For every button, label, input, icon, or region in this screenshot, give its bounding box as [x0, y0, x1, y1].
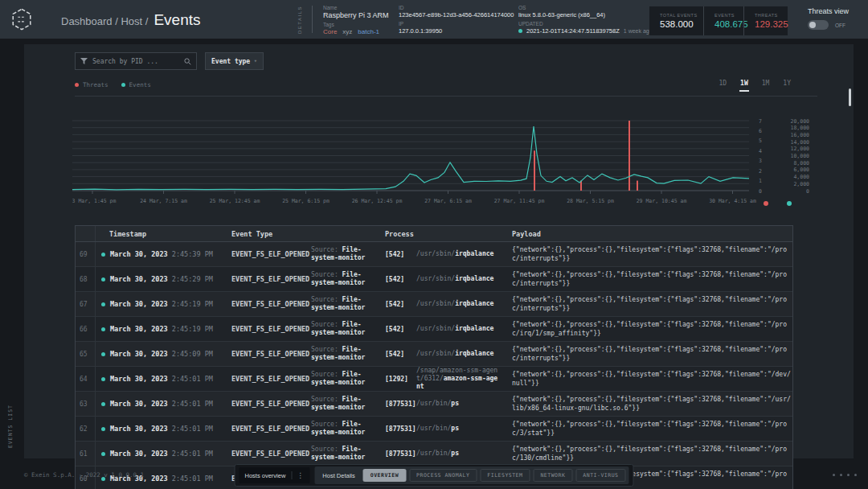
- tab-anti-virus[interactable]: ANTI-VIRUS: [575, 469, 625, 482]
- filter-funnel-icon: [80, 58, 88, 65]
- process-path-name: irqbalance: [455, 325, 493, 332]
- tab-overview[interactable]: OVERVIEW: [363, 469, 406, 482]
- process-path-prefix: /usr/sbin/: [416, 275, 455, 282]
- col-header-event-type[interactable]: Event Type: [226, 230, 379, 238]
- host-ip-value: 127.0.0.1:39950: [399, 27, 515, 35]
- row-number: 64: [76, 367, 96, 391]
- page-title: Events: [154, 12, 200, 27]
- events-axis-label: 2,000: [793, 181, 809, 187]
- hosts-overview-button[interactable]: Hosts overview ⋮: [240, 467, 310, 483]
- table-row[interactable]: 61March 30, 2023 2:45:01 PMEVENT_FS_ELF_…: [76, 442, 792, 466]
- table-row[interactable]: 68March 30, 2023 2:45:29 PMEVENT_FS_ELF_…: [76, 267, 792, 292]
- timestamp-text: March 30, 2023 2:45:01 PM: [110, 400, 213, 408]
- table-row[interactable]: 62March 30, 2023 2:45:01 PMEVENT_FS_ELF_…: [76, 417, 792, 442]
- timestamp-cell: March 30, 2023 2:45:39 PM: [96, 250, 226, 258]
- timestamp-date: March 30, 2023: [110, 325, 172, 333]
- event-source: Source: File-system-monitor: [311, 246, 372, 262]
- process-pid: [542]: [379, 301, 416, 308]
- pager-dot[interactable]: [854, 474, 857, 476]
- process-path-name: irqbalance: [455, 275, 493, 282]
- timestamp-time: 2:45:01 PM: [172, 425, 213, 433]
- host-tag-core[interactable]: Core: [323, 28, 337, 35]
- payload-cell: {"network":{},"process":{},"filesystem":…: [506, 367, 792, 391]
- pager-dot[interactable]: [833, 474, 835, 476]
- table-row[interactable]: 65March 30, 2023 2:45:09 PMEVENT_FS_ELF_…: [76, 342, 792, 367]
- row-number: 61: [76, 442, 96, 466]
- legend-item-threats[interactable]: Threats: [75, 81, 108, 88]
- table-row[interactable]: 66March 30, 2023 2:45:19 PMEVENT_FS_ELF_…: [76, 317, 792, 342]
- x-tick-label: 26 Mar, 12:45 pm: [352, 198, 403, 204]
- stat-total-events-label: TOTAL EVENTS: [660, 13, 703, 18]
- process-path-name: irqbalance: [455, 300, 493, 307]
- host-details-button[interactable]: Host Details: [317, 472, 359, 479]
- tab-process-anomaly[interactable]: PROCESS ANOMALY: [409, 469, 477, 482]
- pager-dot[interactable]: [847, 474, 850, 476]
- timestamp-time: 2:45:01 PM: [172, 450, 213, 458]
- timestamp-cell: March 30, 2023 2:45:01 PM: [96, 400, 226, 408]
- event-type-label: Event type: [211, 58, 250, 65]
- event-dot-icon: [101, 427, 105, 431]
- stat-threats: THREATS 129.325: [743, 6, 788, 35]
- threats-view-state: OFF: [835, 23, 845, 28]
- threats-axis-label: 7: [759, 118, 762, 125]
- timestamp-date: March 30, 2023: [110, 375, 172, 383]
- time-range-1d[interactable]: 1D: [718, 80, 727, 92]
- x-tick-label: 29 Mar, 10:45 am: [637, 198, 687, 204]
- time-range-1y[interactable]: 1Y: [782, 80, 792, 92]
- pager-dot[interactable]: [840, 474, 842, 476]
- bottom-nav: Hosts overview ⋮ Host Details OVERVIEWPR…: [235, 464, 634, 487]
- legend-item-events[interactable]: Events: [121, 81, 151, 88]
- legend-separator-line: [75, 96, 817, 97]
- tab-network[interactable]: NETWORK: [533, 469, 572, 482]
- process-pid: [877531]: [379, 450, 416, 458]
- x-tick-label: 23 Mar, 1:45 pm: [72, 198, 116, 204]
- stat-threats-value: 129.325: [755, 19, 788, 29]
- events-chart: 23 Mar, 1:45 pm24 Mar, 7:15 am25 Mar, 12…: [72, 115, 812, 210]
- host-id-label: ID: [399, 5, 515, 10]
- timestamp-text: March 30, 2023 2:45:29 PM: [110, 275, 213, 283]
- threats-view-toggle[interactable]: [808, 20, 829, 30]
- host-tag-batch-1[interactable]: batch-1: [358, 28, 379, 35]
- timestamp-text: March 30, 2023 2:45:19 PM: [110, 300, 213, 308]
- col-header-timestamp[interactable]: Timestamp: [96, 230, 226, 238]
- col-header-process[interactable]: Process: [379, 230, 506, 238]
- header-divider: [312, 6, 313, 33]
- exein-logo-icon[interactable]: [10, 7, 34, 31]
- stat-threats-label: THREATS: [755, 13, 788, 18]
- stat-events-label: EVENTS: [714, 13, 743, 18]
- search-box[interactable]: [75, 52, 197, 70]
- threats-view-label: Threats view: [808, 7, 849, 15]
- legend-events-label: Events: [129, 81, 151, 88]
- tab-filesystem[interactable]: FILESYSTEM: [480, 469, 530, 482]
- host-tags: Corexyzbatch-1: [323, 28, 397, 35]
- timestamp-time: 2:45:19 PM: [172, 325, 213, 333]
- event-type: EVENT_FS_ELF_OPENED: [226, 250, 309, 258]
- timestamp-time: 2:45:29 PM: [172, 275, 213, 283]
- event-dot-icon: [101, 352, 105, 356]
- time-range-1m[interactable]: 1M: [761, 80, 771, 92]
- col-header-payload[interactable]: Payload: [506, 230, 792, 238]
- host-tag-xyz[interactable]: xyz: [342, 28, 352, 35]
- event-type-dropdown[interactable]: Event type ▾: [205, 52, 264, 70]
- timestamp-cell: March 30, 2023 2:45:01 PM: [96, 375, 226, 383]
- scrollbar-thumb[interactable]: [849, 88, 851, 106]
- table-row[interactable]: 69March 30, 2023 2:45:39 PMEVENT_FS_ELF_…: [76, 242, 792, 267]
- breadcrumb-path[interactable]: Dashboard / Host /: [61, 15, 148, 27]
- search-input[interactable]: [92, 58, 179, 65]
- table-row[interactable]: 63March 30, 2023 2:45:01 PMEVENT_FS_ELF_…: [76, 392, 792, 417]
- process-path: /usr/sbin/irqbalance: [416, 275, 500, 283]
- timestamp-time: 2:45:01 PM: [172, 400, 213, 408]
- process-cell: [1292]/snap/amazon-ssm-agent/6312/amazon…: [379, 367, 506, 391]
- source-label: Source:: [311, 396, 342, 403]
- search-icon[interactable]: [184, 58, 191, 65]
- event-type-cell: EVENT_FS_ELF_OPENEDSource: File-system-m…: [226, 396, 379, 412]
- stat-events-value: 408.675: [714, 19, 743, 29]
- table-row[interactable]: 67March 30, 2023 2:45:19 PMEVENT_FS_ELF_…: [76, 292, 792, 317]
- timestamp-time: 2:45:19 PM: [172, 300, 213, 308]
- table-row[interactable]: 64March 30, 2023 2:45:01 PMEVENT_FS_ELF_…: [76, 367, 792, 392]
- kebab-menu-icon[interactable]: ⋮: [291, 471, 304, 479]
- event-type-cell: EVENT_FS_ELF_OPENEDSource: File-system-m…: [226, 346, 379, 362]
- process-path-prefix: /usr/bin/: [416, 450, 451, 457]
- process-path-name: ps: [451, 425, 459, 432]
- time-range-1w[interactable]: 1W: [739, 80, 749, 92]
